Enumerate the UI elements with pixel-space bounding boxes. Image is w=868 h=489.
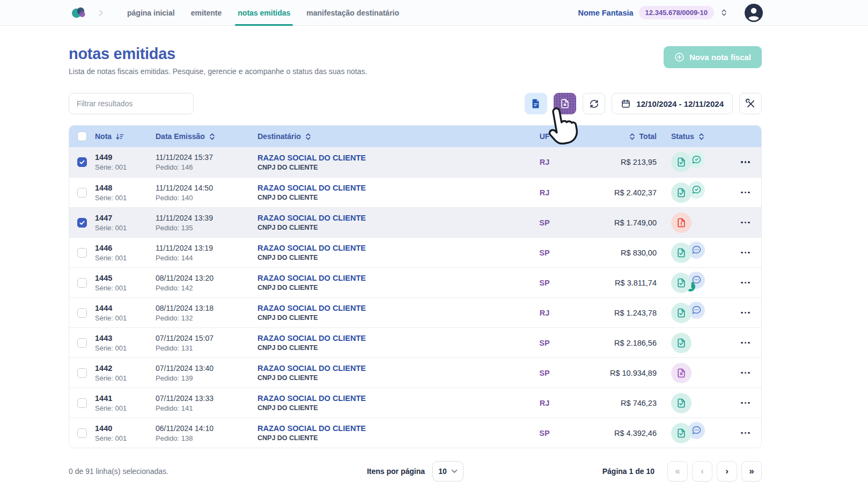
nav-manifestacao-destinatario[interactable]: manifestação destinatário [298,0,407,25]
nav-pagina-inicial[interactable]: página inicial [119,0,183,25]
recipient-cnpj: CNPJ DO CLIENTE [258,284,504,291]
new-invoice-button[interactable]: Nova nota fiscal [664,46,762,68]
recipient-name-link[interactable]: RAZAO SOCIAL DO CLIENTE [258,154,504,162]
emission-date: 06/11/2024 14:10 [156,424,258,433]
recipient-name-link[interactable]: RAZAO SOCIAL DO CLIENTE [258,304,504,312]
status-document-authorized-icon[interactable] [671,303,692,323]
user-avatar[interactable] [745,4,763,22]
uf-value: SP [504,429,585,437]
recipient-cnpj: CNPJ DO CLIENTE [258,194,504,201]
row-checkbox[interactable] [77,218,87,228]
app-logo-icon[interactable] [70,5,87,20]
nav-emitente[interactable]: emitente [183,0,230,25]
status-document-authorized-icon[interactable] [671,243,692,263]
status-document-authorized-icon[interactable] [671,393,692,413]
status-document-authorized-icon[interactable] [671,273,692,293]
order-number: Pedido: 141 [156,404,258,412]
company-switcher-chevron-icon[interactable] [720,9,727,17]
first-page-button[interactable]: « [667,461,688,481]
table-row: 1445 Série: 001 08/11/2024 13:20 Pedido:… [69,267,761,297]
order-number: Pedido: 132 [156,314,258,322]
column-header-status[interactable]: Status [660,132,730,141]
status-document-cancelled-icon[interactable] [671,363,692,383]
column-header-uf[interactable]: UF [504,132,585,141]
recipient-name-link[interactable]: RAZAO SOCIAL DO CLIENTE [258,274,504,282]
invoice-series: Série: 001 [95,314,156,322]
column-header-nota[interactable]: Nota [95,132,156,141]
next-page-button[interactable]: › [717,461,737,481]
advanced-tools-button[interactable] [739,93,762,114]
total-value: R$ 3.811,74 [585,279,660,287]
column-header-destinatario[interactable]: Destinatário [258,132,504,141]
row-checkbox[interactable] [77,398,87,408]
row-checkbox[interactable] [77,338,87,348]
row-menu-button[interactable] [738,249,753,257]
export-list-button[interactable] [525,93,547,114]
recipient-name-link[interactable]: RAZAO SOCIAL DO CLIENTE [258,364,504,373]
chevron-up-down-icon [209,133,216,141]
uf-value: RJ [504,309,585,317]
invoice-number: 1445 [95,274,156,282]
status-document-authorized-icon[interactable] [671,333,692,353]
row-menu-button[interactable] [738,429,753,437]
invoice-series: Série: 001 [95,434,156,442]
company-cnpj-badge: 12.345.678/0009-10 [639,6,714,19]
row-checkbox[interactable] [77,368,87,378]
status-document-authorized-icon[interactable] [671,183,692,203]
invoice-series: Série: 001 [95,284,156,292]
row-checkbox[interactable] [77,278,87,288]
row-checkbox[interactable] [77,428,87,438]
invoice-series: Série: 001 [95,224,156,232]
select-all-checkbox[interactable] [77,132,87,141]
status-icons [660,363,730,383]
uf-value: RJ [504,188,585,197]
row-menu-button[interactable] [738,188,753,197]
status-document-authorized-icon[interactable] [671,423,692,443]
items-per-page-select[interactable]: 10 [432,461,464,481]
nav-notas-emitidas[interactable]: notas emitidas [230,0,298,25]
invoice-number: 1444 [95,304,156,312]
refresh-button[interactable] [583,93,605,114]
download-xml-button[interactable] [554,93,576,114]
invoice-number: 1443 [95,334,156,342]
recipient-name-link[interactable]: RAZAO SOCIAL DO CLIENTE [258,334,504,342]
date-range-button[interactable]: 12/10/2024 - 12/11/2024 [612,93,733,114]
emission-date: 08/11/2024 13:20 [156,274,258,282]
table-row: 1440 Série: 001 06/11/2024 14:10 Pedido:… [69,418,761,448]
last-page-button[interactable]: » [741,461,762,481]
recipient-name-link[interactable]: RAZAO SOCIAL DO CLIENTE [258,394,504,403]
row-menu-button[interactable] [738,279,753,287]
status-document-error-icon[interactable] [671,213,692,233]
status-icons [660,243,730,263]
row-checkbox[interactable] [77,188,87,198]
uf-value: SP [504,369,585,377]
filter-toolbar: 12/10/2024 - 12/11/2024 [69,93,762,114]
row-checkbox[interactable] [77,157,87,167]
emission-date: 11/11/2024 14:50 [156,184,258,192]
uf-value: SP [504,279,585,287]
row-menu-button[interactable] [738,399,753,407]
table-row: 1449 Série: 001 11/11/2024 15:37 Pedido:… [69,147,761,177]
row-menu-button[interactable] [738,339,753,347]
recipient-name-link[interactable]: RAZAO SOCIAL DO CLIENTE [258,214,504,222]
invoice-number: 1449 [95,153,156,162]
table-row: 1441 Série: 001 07/11/2024 13:33 Pedido:… [69,388,761,418]
row-checkbox[interactable] [77,248,87,258]
recipient-name-link[interactable]: RAZAO SOCIAL DO CLIENTE [258,244,504,252]
recipient-name-link[interactable]: RAZAO SOCIAL DO CLIENTE [258,424,504,433]
previous-page-button[interactable]: ‹ [692,461,712,481]
row-menu-button[interactable] [738,158,753,166]
filter-input[interactable] [69,93,194,114]
row-menu-button[interactable] [738,218,753,227]
recipient-name-link[interactable]: RAZAO SOCIAL DO CLIENTE [258,184,504,192]
row-menu-button[interactable] [738,369,753,377]
column-header-total[interactable]: Total [585,132,660,141]
table-row: 1446 Série: 001 11/11/2024 13:19 Pedido:… [69,237,761,267]
column-header-data-emissao[interactable]: Data Emissão [156,132,258,141]
invoice-number: 1440 [95,424,156,433]
refresh-icon [589,99,599,109]
row-checkbox[interactable] [77,308,87,318]
row-menu-button[interactable] [738,309,753,317]
total-value: R$ 746,23 [585,399,660,407]
status-document-authorized-icon[interactable] [671,152,692,172]
